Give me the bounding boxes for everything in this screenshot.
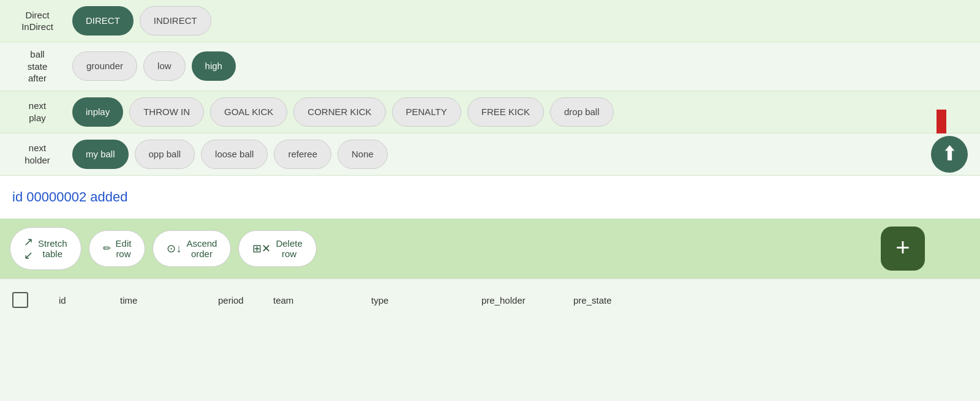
plus-icon: +: [895, 235, 910, 260]
direct-indirect-row: DirectInDirect DIRECT INDIRECT: [0, 0, 980, 42]
grounder-button[interactable]: grounder: [72, 51, 137, 81]
ascend-order-label: Ascendorder: [186, 238, 217, 259]
inplay-button[interactable]: inplay: [72, 97, 123, 127]
next-holder-label: nextholder: [10, 142, 65, 166]
edit-row-button[interactable]: ✏ Editrow: [89, 230, 146, 267]
col-header-period: period: [218, 295, 273, 305]
ball-state-group: grounder low high: [72, 51, 236, 81]
delete-row-button[interactable]: ⊞✕ Deleterow: [238, 230, 316, 267]
high-button[interactable]: high: [192, 51, 236, 81]
freekick-button[interactable]: FREE KICK: [467, 97, 544, 127]
delete-icon: ⊞✕: [252, 242, 271, 255]
throwin-button[interactable]: THROW IN: [129, 97, 204, 127]
penalty-button[interactable]: PENALTY: [392, 97, 461, 127]
next-holder-row: nextholder my ball opp ball loose ball r…: [0, 133, 980, 176]
action-row: ↗↙ Stretchtable ✏ Editrow ⊙↓ Ascendorder…: [0, 219, 980, 279]
none-button[interactable]: None: [337, 140, 388, 169]
col-header-time: time: [120, 295, 218, 305]
upload-icon: ⬆: [943, 143, 956, 165]
cornerkick-button[interactable]: CORNER KICK: [293, 97, 385, 127]
table-header-row: id time period team type pre_holder pre_…: [0, 279, 980, 321]
col-header-pre-holder: pre_holder: [481, 295, 573, 305]
direct-indirect-label: DirectInDirect: [10, 9, 65, 33]
myball-button[interactable]: my ball: [72, 140, 129, 169]
next-holder-group: my ball opp ball loose ball referee None: [72, 140, 388, 169]
direct-indirect-group: DIRECT INDIRECT: [72, 6, 211, 36]
upload-button[interactable]: ⬆: [931, 136, 968, 173]
col-header-id: id: [59, 295, 120, 305]
dropball-button[interactable]: drop ball: [550, 97, 614, 127]
add-row-button[interactable]: +: [881, 227, 925, 271]
ascend-order-button[interactable]: ⊙↓ Ascendorder: [153, 230, 231, 267]
ball-state-label: ballstateafter: [10, 48, 65, 84]
stretch-table-label: Stretchtable: [38, 238, 67, 259]
referee-button[interactable]: referee: [274, 140, 331, 169]
stretch-table-button[interactable]: ↗↙ Stretchtable: [10, 227, 81, 270]
next-play-label: nextplay: [10, 100, 65, 124]
indirect-button[interactable]: INDIRECT: [140, 6, 211, 36]
col-header-team: team: [273, 295, 371, 305]
edit-icon: ✏: [103, 242, 111, 254]
status-message: id 00000002 added: [12, 189, 127, 205]
goalkick-button[interactable]: GOAL KICK: [210, 97, 287, 127]
low-button[interactable]: low: [143, 51, 186, 81]
col-header-type: type: [371, 295, 481, 305]
next-play-group: inplay THROW IN GOAL KICK CORNER KICK PE…: [72, 97, 614, 127]
ascend-icon: ⊙↓: [167, 242, 181, 255]
select-all-checkbox[interactable]: [12, 292, 28, 308]
next-play-row: nextplay inplay THROW IN GOAL KICK CORNE…: [0, 91, 980, 133]
status-row: id 00000002 added: [0, 176, 980, 219]
stretch-icon: ↗↙: [24, 235, 33, 262]
looseball-button[interactable]: loose ball: [201, 140, 268, 169]
direct-button[interactable]: DIRECT: [72, 6, 134, 36]
delete-row-label: Deleterow: [276, 238, 302, 259]
ball-state-row: ballstateafter grounder low high: [0, 42, 980, 91]
col-header-pre-state: pre_state: [573, 295, 647, 305]
edit-row-label: Editrow: [116, 238, 132, 259]
oppball-button[interactable]: opp ball: [135, 140, 195, 169]
